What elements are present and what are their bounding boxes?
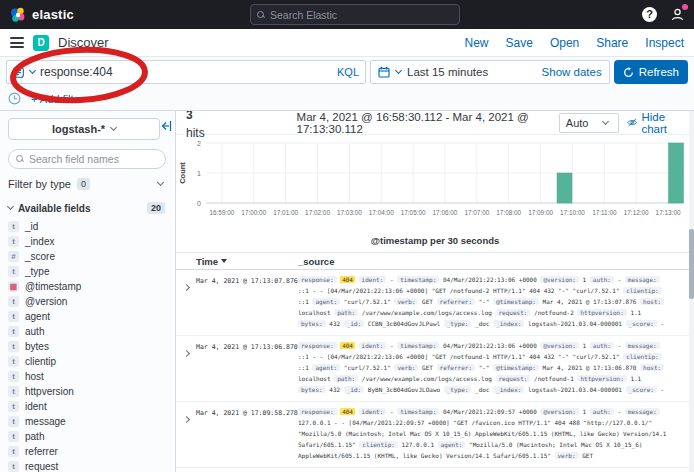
source-field-name: message:: [625, 408, 660, 415]
expand-row-icon[interactable]: [176, 274, 196, 329]
hide-chart-button[interactable]: Hide chart: [627, 111, 684, 135]
field-name: auth: [25, 326, 44, 337]
date-field-icon: ▦: [8, 281, 19, 292]
field-search-input[interactable]: Search field names: [8, 149, 166, 169]
string-field-icon: t: [8, 446, 19, 457]
source-field-name: request:: [496, 375, 531, 382]
global-search-input[interactable]: Search Elastic: [250, 4, 460, 25]
source-field-name: host:: [640, 364, 664, 371]
query-language-button[interactable]: KQL: [333, 66, 359, 78]
row-time: Mar 4, 2021 @ 17:09:58.278: [196, 406, 298, 461]
refresh-icon: [623, 67, 634, 78]
chevron-down-icon: [110, 124, 117, 131]
show-dates-button[interactable]: Show dates: [542, 66, 602, 78]
field-item-httpversion[interactable]: thttpversion: [8, 384, 167, 399]
chevron-down-icon: [157, 179, 164, 186]
column-header-time[interactable]: Time: [176, 256, 298, 267]
field-name: _type: [25, 266, 49, 277]
refresh-button[interactable]: Refresh: [614, 60, 688, 84]
index-pattern-select[interactable]: logstash-*: [8, 118, 160, 140]
query-bar: response:404 KQL Last 15 minutes Show da…: [0, 57, 694, 87]
string-field-icon: t: [8, 296, 19, 307]
expand-row-icon[interactable]: [176, 406, 196, 461]
field-item-message[interactable]: tmessage: [8, 414, 167, 429]
source-field-name: ident:: [359, 342, 387, 349]
nav-action-open[interactable]: Open: [550, 36, 579, 50]
field-item-ident[interactable]: tident: [8, 399, 167, 414]
svg-text:17:07:00: 17:07:00: [464, 209, 489, 216]
clock-icon[interactable]: [8, 92, 21, 105]
field-item-index[interactable]: t_index: [8, 234, 167, 249]
field-item-path[interactable]: tpath: [8, 429, 167, 444]
nav-action-inspect[interactable]: Inspect: [645, 36, 684, 50]
avatar[interactable]: [669, 6, 686, 23]
elastic-logo[interactable]: elastic: [10, 7, 74, 23]
string-field-icon: t: [8, 461, 19, 472]
field-item-auth[interactable]: tauth: [8, 324, 167, 339]
hide-chart-label: Hide chart: [641, 111, 684, 135]
chevron-down-icon[interactable]: [29, 67, 36, 74]
field-item-score[interactable]: #_score: [8, 249, 167, 264]
main-content: 3 hits Mar 4, 2021 @ 16:58:30.112 - Mar …: [176, 111, 694, 472]
source-field-name: auth:: [590, 342, 614, 349]
field-search-placeholder: Search field names: [29, 153, 119, 165]
svg-text:17:10:00: 17:10:00: [560, 209, 585, 216]
interval-select[interactable]: Auto: [559, 113, 619, 133]
field-item-version[interactable]: t@version: [8, 294, 167, 309]
row-source: response: 404 ident: - timestamp: 04/Mar…: [298, 340, 670, 395]
source-field-name: bytes:: [298, 320, 326, 327]
nav-action-save[interactable]: Save: [506, 36, 533, 50]
string-field-icon: t: [8, 221, 19, 232]
field-name: agent: [25, 311, 50, 322]
calendar-icon[interactable]: [378, 66, 390, 78]
row-source: response: 404 ident: - timestamp: 04/Mar…: [298, 406, 670, 461]
field-item-id[interactable]: t_id: [8, 219, 167, 234]
available-fields-label: Available fields: [18, 203, 90, 214]
add-filter-button[interactable]: + Add filter: [31, 93, 83, 105]
field-name: host: [25, 371, 44, 382]
saved-queries-icon[interactable]: [13, 67, 25, 78]
date-picker[interactable]: Last 15 minutes Show dates: [370, 60, 610, 84]
source-field-name: timestamp:: [397, 276, 439, 283]
date-range-text: Mar 4, 2021 @ 16:58:30.112 - Mar 4, 2021…: [297, 111, 545, 135]
field-item-timestamp[interactable]: ▦@timestamp: [8, 279, 167, 294]
fields-list: t_idt_index#_scoret_type▦@timestampt@ver…: [8, 219, 167, 472]
time-range-value[interactable]: Last 15 minutes: [407, 66, 536, 78]
field-item-bytes[interactable]: tbytes: [8, 339, 167, 354]
query-input[interactable]: response:404 KQL: [6, 60, 366, 84]
field-item-clientip[interactable]: tclientip: [8, 354, 167, 369]
field-item-request[interactable]: trequest: [8, 459, 167, 472]
field-item-agent[interactable]: tagent: [8, 309, 167, 324]
notification-dot: [682, 4, 688, 10]
svg-text:17:13:00: 17:13:00: [656, 209, 681, 216]
table-row: Mar 4, 2021 @ 17:09:58.278response: 404 …: [176, 402, 694, 468]
field-name: _id: [25, 221, 38, 232]
histogram-chart[interactable]: 012Count16:59:0017:00:0017:01:0017:02:00…: [176, 135, 694, 239]
field-item-referrer[interactable]: treferrer: [8, 444, 167, 459]
nav-action-share[interactable]: Share: [596, 36, 628, 50]
menu-icon[interactable]: [10, 35, 24, 51]
source-field-name: ident:: [359, 276, 387, 283]
scrollbar-thumb[interactable]: [689, 229, 694, 299]
available-fields-header[interactable]: Available fields 20: [8, 202, 167, 214]
source-field-name: clientip:: [623, 287, 662, 294]
svg-text:17:03:00: 17:03:00: [337, 209, 362, 216]
nav-action-new[interactable]: New: [465, 36, 489, 50]
field-item-host[interactable]: thost: [8, 369, 167, 384]
space-badge[interactable]: D: [33, 35, 49, 51]
scrollbar[interactable]: [689, 111, 694, 472]
histogram-bar[interactable]: [669, 143, 684, 203]
query-text[interactable]: response:404: [40, 65, 328, 79]
collapse-sidebar-icon[interactable]: [160, 120, 172, 132]
help-icon[interactable]: ?: [642, 7, 657, 22]
expand-row-icon[interactable]: [176, 340, 196, 395]
histogram-bar[interactable]: [557, 173, 572, 203]
filter-by-type[interactable]: Filter by type 0: [8, 175, 167, 193]
nav-actions: NewSaveOpenShareInspect: [465, 36, 684, 50]
field-name: bytes: [25, 341, 49, 352]
field-item-type[interactable]: t_type: [8, 264, 167, 279]
source-field-name: response:: [298, 342, 337, 349]
string-field-icon: t: [8, 356, 19, 367]
chevron-down-icon[interactable]: [395, 67, 402, 74]
source-field-name: clientip:: [359, 441, 398, 448]
